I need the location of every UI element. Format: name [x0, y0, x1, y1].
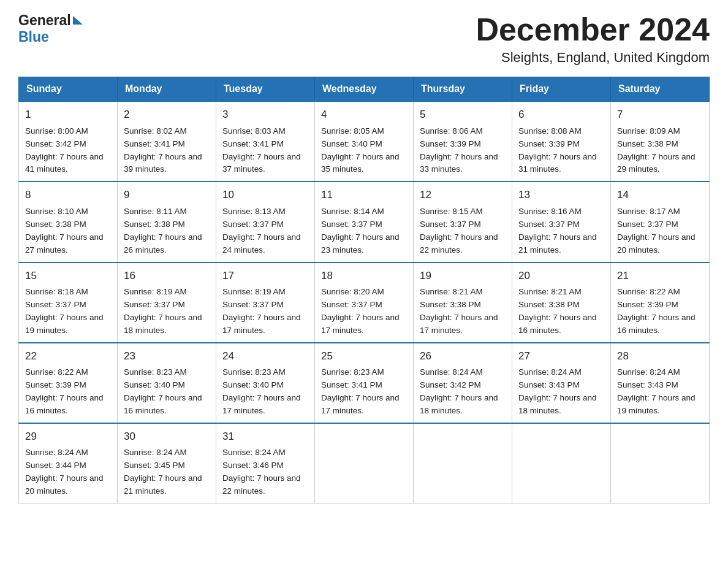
calendar-day-cell: 14Sunrise: 8:17 AMSunset: 3:37 PMDayligh… [611, 182, 710, 262]
day-info: Sunrise: 8:19 AMSunset: 3:37 PMDaylight:… [124, 287, 202, 335]
calendar-day-cell: 10Sunrise: 8:13 AMSunset: 3:37 PMDayligh… [216, 182, 315, 262]
day-number: 16 [124, 268, 210, 284]
calendar-day-cell: 6Sunrise: 8:08 AMSunset: 3:39 PMDaylight… [512, 101, 611, 182]
weekday-header-friday: Friday [512, 77, 611, 102]
day-number: 6 [518, 107, 604, 123]
calendar-day-cell: 5Sunrise: 8:06 AMSunset: 3:39 PMDaylight… [414, 101, 512, 182]
calendar-subtitle: Sleights, England, United Kingdom [476, 50, 710, 66]
calendar-day-cell: 7Sunrise: 8:09 AMSunset: 3:38 PMDaylight… [611, 101, 710, 182]
day-info: Sunrise: 8:23 AMSunset: 3:40 PMDaylight:… [222, 367, 301, 415]
calendar-day-cell: 22Sunrise: 8:22 AMSunset: 3:39 PMDayligh… [19, 343, 118, 423]
day-number: 14 [617, 187, 703, 203]
calendar-day-cell: 9Sunrise: 8:11 AMSunset: 3:38 PMDaylight… [118, 182, 216, 262]
day-number: 3 [222, 107, 308, 123]
calendar-title-block: December 2024 Sleights, England, United … [476, 12, 710, 66]
calendar-day-cell: 16Sunrise: 8:19 AMSunset: 3:37 PMDayligh… [118, 262, 216, 343]
calendar-day-cell [611, 423, 710, 504]
calendar-day-cell: 20Sunrise: 8:21 AMSunset: 3:38 PMDayligh… [512, 262, 611, 343]
calendar-day-cell [512, 423, 611, 504]
calendar-day-cell: 13Sunrise: 8:16 AMSunset: 3:37 PMDayligh… [512, 182, 611, 262]
day-info: Sunrise: 8:06 AMSunset: 3:39 PMDaylight:… [420, 126, 498, 174]
day-number: 26 [420, 348, 506, 364]
calendar-day-cell: 30Sunrise: 8:24 AMSunset: 3:45 PMDayligh… [118, 423, 216, 504]
day-number: 25 [321, 348, 407, 364]
calendar-day-cell: 27Sunrise: 8:24 AMSunset: 3:43 PMDayligh… [512, 343, 611, 423]
day-number: 30 [124, 429, 210, 445]
day-number: 18 [321, 268, 407, 284]
day-info: Sunrise: 8:21 AMSunset: 3:38 PMDaylight:… [518, 287, 597, 335]
calendar-day-cell: 2Sunrise: 8:02 AMSunset: 3:41 PMDaylight… [118, 101, 216, 182]
day-info: Sunrise: 8:11 AMSunset: 3:38 PMDaylight:… [124, 207, 202, 255]
day-number: 8 [25, 187, 111, 203]
calendar-day-cell: 8Sunrise: 8:10 AMSunset: 3:38 PMDaylight… [19, 182, 118, 262]
day-info: Sunrise: 8:00 AMSunset: 3:42 PMDaylight:… [25, 126, 104, 174]
day-number: 12 [420, 187, 506, 203]
page-header: General Blue December 2024 Sleights, Eng… [18, 12, 710, 66]
calendar-day-cell: 31Sunrise: 8:24 AMSunset: 3:46 PMDayligh… [216, 423, 315, 504]
day-info: Sunrise: 8:13 AMSunset: 3:37 PMDaylight:… [222, 207, 301, 255]
calendar-day-cell: 4Sunrise: 8:05 AMSunset: 3:40 PMDaylight… [315, 101, 414, 182]
calendar-day-cell: 19Sunrise: 8:21 AMSunset: 3:38 PMDayligh… [414, 262, 512, 343]
calendar-day-cell: 24Sunrise: 8:23 AMSunset: 3:40 PMDayligh… [216, 343, 315, 423]
calendar-day-cell: 3Sunrise: 8:03 AMSunset: 3:41 PMDaylight… [216, 101, 315, 182]
day-number: 22 [25, 348, 111, 364]
day-number: 23 [124, 348, 210, 364]
day-info: Sunrise: 8:23 AMSunset: 3:41 PMDaylight:… [321, 367, 400, 415]
calendar-day-cell: 15Sunrise: 8:18 AMSunset: 3:37 PMDayligh… [19, 262, 118, 343]
calendar-week-row: 29Sunrise: 8:24 AMSunset: 3:44 PMDayligh… [19, 423, 710, 504]
weekday-header-sunday: Sunday [19, 77, 118, 102]
calendar-day-cell: 17Sunrise: 8:19 AMSunset: 3:37 PMDayligh… [216, 262, 315, 343]
day-number: 31 [222, 429, 308, 445]
day-info: Sunrise: 8:22 AMSunset: 3:39 PMDaylight:… [617, 287, 696, 335]
logo-general-text: General [18, 12, 71, 29]
day-number: 17 [222, 268, 308, 284]
day-number: 15 [25, 268, 111, 284]
day-info: Sunrise: 8:24 AMSunset: 3:43 PMDaylight:… [518, 367, 597, 415]
day-info: Sunrise: 8:24 AMSunset: 3:44 PMDaylight:… [25, 448, 104, 496]
calendar-title: December 2024 [476, 12, 710, 47]
day-info: Sunrise: 8:24 AMSunset: 3:45 PMDaylight:… [124, 448, 202, 496]
day-info: Sunrise: 8:20 AMSunset: 3:37 PMDaylight:… [321, 287, 400, 335]
day-info: Sunrise: 8:17 AMSunset: 3:37 PMDaylight:… [617, 207, 696, 255]
day-info: Sunrise: 8:14 AMSunset: 3:37 PMDaylight:… [321, 207, 400, 255]
calendar-day-cell [414, 423, 512, 504]
calendar-day-cell: 23Sunrise: 8:23 AMSunset: 3:40 PMDayligh… [118, 343, 216, 423]
calendar-day-cell: 26Sunrise: 8:24 AMSunset: 3:42 PMDayligh… [414, 343, 512, 423]
logo-arrow-icon [73, 16, 83, 25]
weekday-header-wednesday: Wednesday [315, 77, 414, 102]
calendar-day-cell: 12Sunrise: 8:15 AMSunset: 3:37 PMDayligh… [414, 182, 512, 262]
day-info: Sunrise: 8:08 AMSunset: 3:39 PMDaylight:… [518, 126, 597, 174]
calendar-day-cell: 25Sunrise: 8:23 AMSunset: 3:41 PMDayligh… [315, 343, 414, 423]
logo-blue-text: Blue [18, 29, 49, 45]
day-info: Sunrise: 8:03 AMSunset: 3:41 PMDaylight:… [222, 126, 301, 174]
weekday-header-tuesday: Tuesday [216, 77, 315, 102]
day-number: 24 [222, 348, 308, 364]
calendar-day-cell: 28Sunrise: 8:24 AMSunset: 3:43 PMDayligh… [611, 343, 710, 423]
day-info: Sunrise: 8:10 AMSunset: 3:38 PMDaylight:… [25, 207, 104, 255]
day-number: 4 [321, 107, 407, 123]
day-info: Sunrise: 8:15 AMSunset: 3:37 PMDaylight:… [420, 207, 498, 255]
day-info: Sunrise: 8:21 AMSunset: 3:38 PMDaylight:… [420, 287, 498, 335]
day-info: Sunrise: 8:23 AMSunset: 3:40 PMDaylight:… [124, 367, 202, 415]
calendar-day-cell: 1Sunrise: 8:00 AMSunset: 3:42 PMDaylight… [19, 101, 118, 182]
day-number: 5 [420, 107, 506, 123]
day-number: 11 [321, 187, 407, 203]
day-info: Sunrise: 8:22 AMSunset: 3:39 PMDaylight:… [25, 367, 104, 415]
weekday-header-monday: Monday [118, 77, 216, 102]
day-info: Sunrise: 8:02 AMSunset: 3:41 PMDaylight:… [124, 126, 202, 174]
day-number: 21 [617, 268, 703, 284]
calendar-day-cell: 29Sunrise: 8:24 AMSunset: 3:44 PMDayligh… [19, 423, 118, 504]
day-info: Sunrise: 8:16 AMSunset: 3:37 PMDaylight:… [518, 207, 597, 255]
calendar-week-row: 15Sunrise: 8:18 AMSunset: 3:37 PMDayligh… [19, 262, 710, 343]
day-number: 2 [124, 107, 210, 123]
logo: General Blue [18, 12, 83, 45]
weekday-header-saturday: Saturday [611, 77, 710, 102]
day-number: 9 [124, 187, 210, 203]
day-number: 19 [420, 268, 506, 284]
calendar-table: SundayMondayTuesdayWednesdayThursdayFrid… [18, 77, 710, 504]
day-info: Sunrise: 8:24 AMSunset: 3:43 PMDaylight:… [617, 367, 696, 415]
day-info: Sunrise: 8:09 AMSunset: 3:38 PMDaylight:… [617, 126, 696, 174]
day-number: 28 [617, 348, 703, 364]
day-number: 27 [518, 348, 604, 364]
day-info: Sunrise: 8:18 AMSunset: 3:37 PMDaylight:… [25, 287, 104, 335]
